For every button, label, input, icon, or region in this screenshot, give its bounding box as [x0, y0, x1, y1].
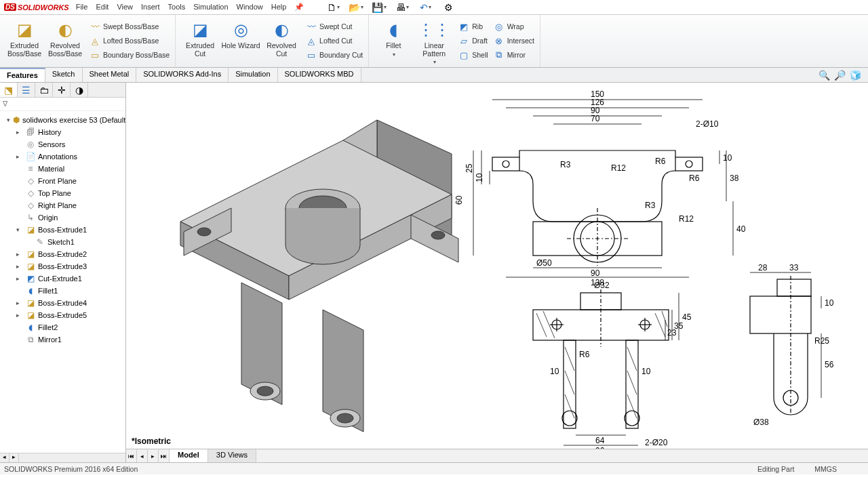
revolved-boss-button[interactable]: ◐ Revolved Boss/Base: [45, 18, 85, 58]
tree-sensors[interactable]: ◎Sensors: [1, 138, 124, 150]
boundary-boss-button[interactable]: ▭Boundary Boss/Base: [88, 49, 171, 61]
dimxpert-icon[interactable]: ✛: [53, 83, 71, 97]
extruded-boss-button[interactable]: ◪ Extruded Boss/Base: [4, 18, 45, 58]
tab-mbd[interactable]: SOLIDWORKS MBD: [278, 68, 361, 82]
tree-fillet1[interactable]: ◖Fillet1: [1, 285, 124, 297]
tree-filter-icon[interactable]: ∇: [0, 98, 125, 111]
new-doc-icon[interactable]: 🗋▾: [324, 1, 342, 14]
svg-text:R6: R6: [689, 174, 700, 183]
tree-boss-extrude5[interactable]: ▸◪Boss-Extrude5: [1, 309, 124, 321]
svg-point-16: [337, 413, 353, 423]
property-mgr-icon[interactable]: ☰: [18, 83, 35, 97]
svg-text:64: 64: [595, 436, 605, 445]
titlebar: DS SOLIDWORKS File Edit View Insert Tool…: [0, 0, 868, 15]
undo-icon[interactable]: ↶▾: [416, 1, 434, 14]
rib-button[interactable]: ◩Rib: [457, 20, 489, 33]
tree-sketch1[interactable]: ✎Sketch1: [1, 236, 124, 248]
tree-boss-extrude3[interactable]: ▸◪Boss-Extrude3: [1, 260, 124, 272]
scroll-left-icon[interactable]: ◂: [0, 453, 9, 462]
tree-history[interactable]: ▸🗐History: [1, 126, 124, 138]
hole-wizard-button[interactable]: ◎Hole Wizard: [220, 18, 261, 50]
intersect-button[interactable]: ⊗Intersect: [492, 35, 536, 47]
save-icon[interactable]: 💾▾: [370, 1, 388, 14]
svg-line-76: [627, 347, 637, 371]
zoom-window-icon[interactable]: 🔎: [834, 70, 846, 81]
swept-boss-icon: 〰: [90, 21, 100, 32]
tree-origin[interactable]: ↳Origin: [1, 211, 124, 224]
mirror-icon: ⧉: [494, 49, 505, 60]
quick-access-toolbar: 🗋▾ 📂▾ 💾▾ 🖶▾ ↶▾ ⚙: [324, 1, 457, 14]
boss-extrude1-icon: ◪: [26, 225, 35, 235]
scroll-right-icon[interactable]: ▸: [9, 453, 19, 462]
bottom-tab-3dviews[interactable]: 3D Views: [208, 449, 256, 462]
menu-tools[interactable]: Tools: [168, 3, 186, 12]
tab-sheetmetal[interactable]: Sheet Metal: [83, 68, 137, 82]
menu-simulation[interactable]: Simulation: [193, 3, 228, 12]
status-units[interactable]: MMGS: [814, 465, 837, 473]
svg-text:10: 10: [550, 367, 559, 376]
extruded-cut-button[interactable]: ◪Extruded Cut: [180, 18, 220, 58]
shell-button[interactable]: ▢Shell: [457, 49, 489, 61]
tree-boss-extrude1[interactable]: ▾◪Boss-Extrude1: [1, 224, 124, 236]
lofted-boss-button[interactable]: ◬Lofted Boss/Base: [88, 35, 171, 47]
appearance-icon[interactable]: ◑: [71, 83, 88, 97]
settings-icon[interactable]: ⚙: [439, 1, 457, 14]
svg-text:33: 33: [789, 263, 799, 272]
tree-mirror1[interactable]: ⧉Mirror1: [1, 333, 124, 346]
zoom-fit-icon[interactable]: 🔍: [818, 70, 830, 81]
config-mgr-icon[interactable]: 🗀: [35, 83, 53, 97]
draft-button[interactable]: ▱Draft: [457, 35, 489, 47]
menu-insert[interactable]: Insert: [141, 3, 160, 12]
linear-pattern-button[interactable]: ⋮⋮Linear Pattern▾: [414, 18, 454, 66]
menu-file[interactable]: File: [76, 3, 88, 12]
tree-annotations[interactable]: ▸📄Annotations: [1, 150, 124, 163]
feature-tree-icon[interactable]: ⬔: [0, 83, 18, 97]
swept-boss-button[interactable]: 〰Swept Boss/Base: [88, 20, 171, 33]
menu-view[interactable]: View: [117, 3, 133, 12]
svg-text:90: 90: [591, 268, 600, 278]
bottom-tab-model[interactable]: Model: [170, 449, 208, 462]
swept-cut-button[interactable]: 〰Swept Cut: [304, 20, 364, 33]
tree-front-plane[interactable]: ◇Front Plane: [1, 175, 124, 187]
tree-right-plane[interactable]: ◇Right Plane: [1, 199, 124, 211]
wrap-button[interactable]: ◎Wrap: [492, 20, 536, 33]
menu-window[interactable]: Window: [237, 3, 263, 12]
tab-simulation[interactable]: Simulation: [229, 68, 277, 82]
graphics-area[interactable]: 150 126 90 70 2-Ø10 R3 R12 R6 R6 R3 R12 …: [126, 83, 868, 462]
tree-root[interactable]: ▾⬢ solidworks exercise 53 (Default<<: [1, 114, 124, 126]
tree-boss-extrude4[interactable]: ▸◪Boss-Extrude4: [1, 297, 124, 309]
boundary-cut-button[interactable]: ▭Boundary Cut: [304, 49, 364, 61]
view-label: *Isometric: [132, 436, 171, 446]
tab-features[interactable]: Features: [0, 68, 45, 82]
tree-label: Front Plane: [38, 177, 77, 185]
feature-tree[interactable]: ▾⬢ solidworks exercise 53 (Default<< ▸🗐H…: [0, 111, 125, 453]
view-orient-icon[interactable]: 🧊: [850, 70, 861, 81]
menu-pin-icon[interactable]: 📌: [294, 3, 304, 12]
prev-tab-icon[interactable]: ◂: [137, 449, 148, 462]
tab-addins[interactable]: SOLIDWORKS Add-Ins: [136, 68, 229, 82]
first-tab-icon[interactable]: ⏮: [126, 449, 137, 462]
mirror-button[interactable]: ⧉Mirror: [492, 49, 536, 61]
open-icon[interactable]: 📂▾: [347, 1, 365, 14]
menu-help[interactable]: Help: [271, 3, 287, 12]
tree-fillet2[interactable]: ◖Fillet2: [1, 321, 124, 333]
tree-top-plane[interactable]: ◇Top Plane: [1, 187, 124, 199]
tree-hscroll[interactable]: ◂ ▸: [0, 453, 125, 462]
svg-text:R25: R25: [814, 336, 829, 346]
tab-sketch[interactable]: Sketch: [45, 68, 83, 82]
last-tab-icon[interactable]: ⏭: [159, 449, 170, 462]
model-canvas[interactable]: 150 126 90 70 2-Ø10 R3 R12 R6 R6 R3 R12 …: [126, 83, 868, 462]
revolved-cut-button[interactable]: ◐Revolved Cut: [261, 18, 302, 58]
svg-text:Ø50: Ø50: [536, 258, 552, 268]
next-tab-icon[interactable]: ▸: [148, 449, 159, 462]
tree-boss-extrude2[interactable]: ▸◪Boss-Extrude2: [1, 248, 124, 260]
part-icon: ⬢: [13, 115, 20, 125]
feature-manager-pane: ⬔ ☰ 🗀 ✛ ◑ ∇ ▾⬢ solidworks exercise 53 (D…: [0, 83, 126, 462]
svg-point-14: [257, 386, 273, 396]
tree-cut-extrude1[interactable]: ▸◩Cut-Extrude1: [1, 272, 124, 285]
tree-material[interactable]: ≡Material: [1, 163, 124, 175]
print-icon[interactable]: 🖶▾: [393, 1, 411, 14]
lofted-cut-button[interactable]: ◬Lofted Cut: [304, 35, 364, 47]
fillet-button[interactable]: ◖Fillet▾: [373, 18, 414, 58]
menu-edit[interactable]: Edit: [96, 3, 108, 12]
